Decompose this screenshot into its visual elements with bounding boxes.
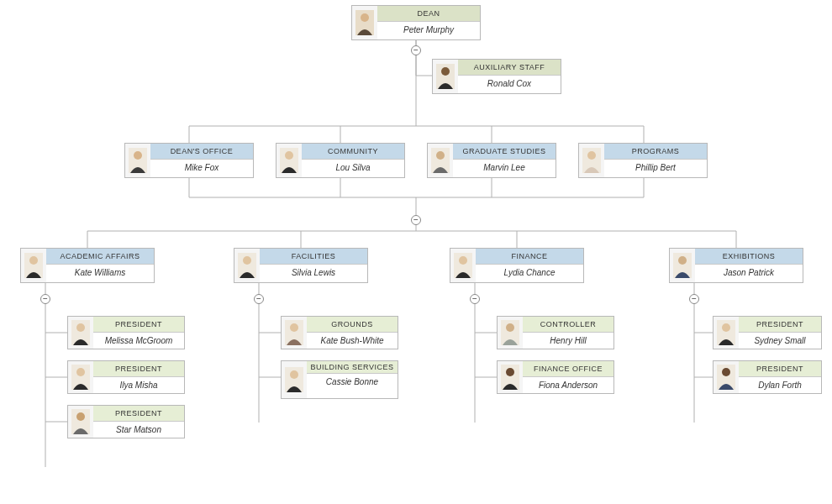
node-name: Star Matson <box>93 422 184 438</box>
person-photo <box>276 144 302 177</box>
node-title: COMMUNITY <box>302 144 404 160</box>
node-title: PRESIDENT <box>93 406 184 422</box>
node-title: ACADEMIC AFFAIRS <box>46 249 154 265</box>
node-president-2[interactable]: PRESIDENT Ilya Misha <box>67 360 185 394</box>
svg-point-33 <box>361 13 369 22</box>
node-name: Kate Williams <box>46 265 154 281</box>
person-photo <box>428 144 453 177</box>
node-grounds[interactable]: GROUNDS Kate Bush-White <box>281 316 398 349</box>
svg-point-67 <box>722 323 730 332</box>
person-photo <box>282 317 307 349</box>
svg-point-45 <box>29 256 38 265</box>
node-title: FACILITIES <box>260 249 367 265</box>
node-title: PRESIDENT <box>93 317 184 333</box>
node-controller[interactable]: CONTROLLER Henry Hill <box>497 316 614 349</box>
svg-point-47 <box>243 256 251 265</box>
node-auxiliary-staff[interactable]: AUXILIARY STAFF Ronald Cox <box>432 59 561 94</box>
node-exhibitions[interactable]: EXHIBITIONS Jason Patrick <box>669 248 803 283</box>
node-title: GRADUATE STUDIES <box>453 144 556 160</box>
node-name: Peter Murphy <box>377 22 480 38</box>
node-title: DEAN'S OFFICE <box>150 144 253 160</box>
svg-point-59 <box>290 323 298 332</box>
node-name: Sydney Small <box>739 333 821 349</box>
node-name: Kate Bush-White <box>307 333 398 349</box>
node-academic-affairs[interactable]: ACADEMIC AFFAIRS Kate Williams <box>20 248 155 283</box>
node-title: DEAN <box>377 6 480 22</box>
person-photo <box>714 361 739 393</box>
person-photo <box>282 361 307 398</box>
person-photo <box>125 144 150 177</box>
person-photo <box>68 361 93 393</box>
node-name: Lou Silva <box>302 160 404 176</box>
node-name: Fiona Anderson <box>523 377 613 393</box>
svg-point-57 <box>76 412 85 421</box>
person-photo <box>714 317 739 349</box>
svg-point-69 <box>722 368 730 376</box>
node-name: Jason Patrick <box>695 265 803 281</box>
person-photo <box>433 60 458 93</box>
svg-point-37 <box>134 151 142 160</box>
person-photo <box>352 6 377 39</box>
svg-point-49 <box>459 256 467 265</box>
person-photo <box>498 317 523 349</box>
node-title: PRESIDENT <box>739 317 821 333</box>
node-name: Dylan Forth <box>739 377 821 393</box>
node-title: PRESIDENT <box>93 361 184 377</box>
node-community[interactable]: COMMUNITY Lou Silva <box>276 143 405 178</box>
node-title: PROGRAMS <box>604 144 707 160</box>
person-photo <box>579 144 604 177</box>
node-name: Melissa McGroom <box>93 333 184 349</box>
svg-point-35 <box>441 67 450 76</box>
svg-point-63 <box>506 323 514 332</box>
collapse-toggle[interactable]: − <box>689 294 699 304</box>
node-name: Lydia Chance <box>476 265 583 281</box>
node-title: AUXILIARY STAFF <box>458 60 561 76</box>
node-deans-office[interactable]: DEAN'S OFFICE Mike Fox <box>124 143 254 178</box>
node-title: EXHIBITIONS <box>695 249 803 265</box>
svg-point-51 <box>678 256 687 265</box>
node-exh-president-1[interactable]: PRESIDENT Sydney Small <box>713 316 822 349</box>
node-title: BUILDING SERVICES <box>307 361 398 374</box>
node-name: Marvin Lee <box>453 160 556 176</box>
person-photo <box>670 249 695 282</box>
node-exh-president-2[interactable]: PRESIDENT Dylan Forth <box>713 360 822 394</box>
node-name: Henry Hill <box>523 333 613 349</box>
node-facilities[interactable]: FACILITIES Silvia Lewis <box>234 248 368 283</box>
svg-point-65 <box>506 368 514 376</box>
collapse-toggle[interactable]: − <box>470 294 480 304</box>
node-name: Cassie Bonne <box>307 374 398 390</box>
node-programs[interactable]: PROGRAMS Phillip Bert <box>578 143 708 178</box>
node-title: FINANCE <box>476 249 583 265</box>
collapse-toggle[interactable]: − <box>411 215 421 225</box>
svg-point-41 <box>436 151 445 160</box>
svg-point-39 <box>285 151 293 160</box>
node-president-1[interactable]: PRESIDENT Melissa McGroom <box>67 316 185 349</box>
node-name: Silvia Lewis <box>260 265 367 281</box>
person-photo <box>21 249 46 282</box>
node-graduate-studies[interactable]: GRADUATE STUDIES Marvin Lee <box>427 143 556 178</box>
node-name: Ronald Cox <box>458 76 561 92</box>
node-president-3[interactable]: PRESIDENT Star Matson <box>67 405 185 438</box>
node-finance[interactable]: FINANCE Lydia Chance <box>450 248 584 283</box>
node-title: GROUNDS <box>307 317 398 333</box>
node-title: FINANCE OFFICE <box>523 361 613 377</box>
person-photo <box>450 249 476 282</box>
svg-point-43 <box>587 151 596 160</box>
node-name: Mike Fox <box>150 160 253 176</box>
svg-point-61 <box>290 370 298 379</box>
person-photo <box>234 249 260 282</box>
collapse-toggle[interactable]: − <box>254 294 264 304</box>
node-building-services[interactable]: BUILDING SERVICES Cassie Bonne <box>281 360 398 399</box>
node-title: CONTROLLER <box>523 317 613 333</box>
svg-point-55 <box>76 368 85 376</box>
node-name: Phillip Bert <box>604 160 707 176</box>
person-photo <box>68 317 93 349</box>
person-photo <box>68 406 93 438</box>
node-name: Ilya Misha <box>93 377 184 393</box>
node-dean[interactable]: DEAN Peter Murphy <box>351 5 481 40</box>
collapse-toggle[interactable]: − <box>40 294 50 304</box>
node-title: PRESIDENT <box>739 361 821 377</box>
svg-point-53 <box>76 323 85 332</box>
node-finance-office[interactable]: FINANCE OFFICE Fiona Anderson <box>497 360 614 394</box>
collapse-toggle[interactable]: − <box>411 45 421 55</box>
